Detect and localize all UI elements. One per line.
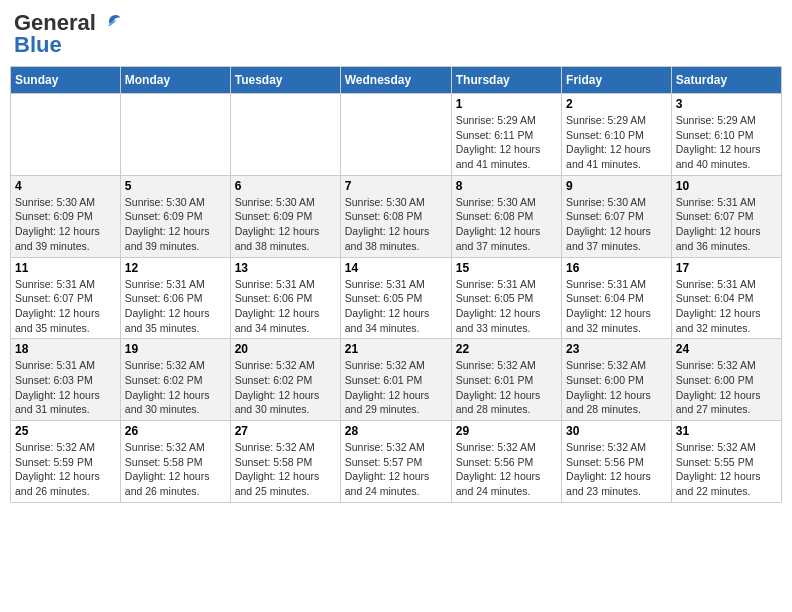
weekday-header: Saturday bbox=[671, 67, 781, 94]
calendar-cell: 31Sunrise: 5:32 AM Sunset: 5:55 PM Dayli… bbox=[671, 421, 781, 503]
calendar-cell: 22Sunrise: 5:32 AM Sunset: 6:01 PM Dayli… bbox=[451, 339, 561, 421]
calendar-cell: 16Sunrise: 5:31 AM Sunset: 6:04 PM Dayli… bbox=[562, 257, 672, 339]
calendar-cell: 28Sunrise: 5:32 AM Sunset: 5:57 PM Dayli… bbox=[340, 421, 451, 503]
day-number: 25 bbox=[15, 424, 116, 438]
calendar-cell: 2Sunrise: 5:29 AM Sunset: 6:10 PM Daylig… bbox=[562, 94, 672, 176]
calendar-cell bbox=[340, 94, 451, 176]
calendar-table: SundayMondayTuesdayWednesdayThursdayFrid… bbox=[10, 66, 782, 503]
logo-blue-text: Blue bbox=[14, 32, 62, 58]
calendar-cell: 1Sunrise: 5:29 AM Sunset: 6:11 PM Daylig… bbox=[451, 94, 561, 176]
weekday-header: Thursday bbox=[451, 67, 561, 94]
day-number: 8 bbox=[456, 179, 557, 193]
calendar-cell: 18Sunrise: 5:31 AM Sunset: 6:03 PM Dayli… bbox=[11, 339, 121, 421]
day-number: 3 bbox=[676, 97, 777, 111]
day-number: 2 bbox=[566, 97, 667, 111]
calendar-cell bbox=[11, 94, 121, 176]
weekday-header: Monday bbox=[120, 67, 230, 94]
calendar-cell: 30Sunrise: 5:32 AM Sunset: 5:56 PM Dayli… bbox=[562, 421, 672, 503]
logo: General Blue bbox=[14, 10, 122, 58]
calendar-cell: 25Sunrise: 5:32 AM Sunset: 5:59 PM Dayli… bbox=[11, 421, 121, 503]
calendar-cell: 8Sunrise: 5:30 AM Sunset: 6:08 PM Daylig… bbox=[451, 175, 561, 257]
day-number: 13 bbox=[235, 261, 336, 275]
calendar-cell: 19Sunrise: 5:32 AM Sunset: 6:02 PM Dayli… bbox=[120, 339, 230, 421]
day-info: Sunrise: 5:31 AM Sunset: 6:06 PM Dayligh… bbox=[235, 277, 336, 336]
day-info: Sunrise: 5:32 AM Sunset: 6:01 PM Dayligh… bbox=[456, 358, 557, 417]
day-info: Sunrise: 5:31 AM Sunset: 6:05 PM Dayligh… bbox=[345, 277, 447, 336]
day-number: 6 bbox=[235, 179, 336, 193]
day-number: 30 bbox=[566, 424, 667, 438]
day-number: 23 bbox=[566, 342, 667, 356]
weekday-header: Wednesday bbox=[340, 67, 451, 94]
calendar-cell: 9Sunrise: 5:30 AM Sunset: 6:07 PM Daylig… bbox=[562, 175, 672, 257]
day-info: Sunrise: 5:31 AM Sunset: 6:04 PM Dayligh… bbox=[566, 277, 667, 336]
day-number: 14 bbox=[345, 261, 447, 275]
day-info: Sunrise: 5:32 AM Sunset: 5:55 PM Dayligh… bbox=[676, 440, 777, 499]
page-header: General Blue bbox=[10, 10, 782, 58]
day-info: Sunrise: 5:32 AM Sunset: 5:56 PM Dayligh… bbox=[456, 440, 557, 499]
calendar-cell: 23Sunrise: 5:32 AM Sunset: 6:00 PM Dayli… bbox=[562, 339, 672, 421]
day-info: Sunrise: 5:32 AM Sunset: 6:02 PM Dayligh… bbox=[125, 358, 226, 417]
day-info: Sunrise: 5:29 AM Sunset: 6:10 PM Dayligh… bbox=[566, 113, 667, 172]
day-info: Sunrise: 5:32 AM Sunset: 5:58 PM Dayligh… bbox=[235, 440, 336, 499]
weekday-header: Sunday bbox=[11, 67, 121, 94]
day-number: 24 bbox=[676, 342, 777, 356]
day-number: 17 bbox=[676, 261, 777, 275]
day-info: Sunrise: 5:31 AM Sunset: 6:07 PM Dayligh… bbox=[15, 277, 116, 336]
calendar-cell: 7Sunrise: 5:30 AM Sunset: 6:08 PM Daylig… bbox=[340, 175, 451, 257]
day-info: Sunrise: 5:31 AM Sunset: 6:06 PM Dayligh… bbox=[125, 277, 226, 336]
day-info: Sunrise: 5:32 AM Sunset: 6:00 PM Dayligh… bbox=[566, 358, 667, 417]
day-info: Sunrise: 5:31 AM Sunset: 6:04 PM Dayligh… bbox=[676, 277, 777, 336]
day-number: 11 bbox=[15, 261, 116, 275]
calendar-cell: 10Sunrise: 5:31 AM Sunset: 6:07 PM Dayli… bbox=[671, 175, 781, 257]
day-number: 4 bbox=[15, 179, 116, 193]
day-info: Sunrise: 5:30 AM Sunset: 6:08 PM Dayligh… bbox=[456, 195, 557, 254]
day-info: Sunrise: 5:31 AM Sunset: 6:05 PM Dayligh… bbox=[456, 277, 557, 336]
calendar-cell: 29Sunrise: 5:32 AM Sunset: 5:56 PM Dayli… bbox=[451, 421, 561, 503]
calendar-cell: 11Sunrise: 5:31 AM Sunset: 6:07 PM Dayli… bbox=[11, 257, 121, 339]
day-info: Sunrise: 5:32 AM Sunset: 5:57 PM Dayligh… bbox=[345, 440, 447, 499]
calendar-cell: 20Sunrise: 5:32 AM Sunset: 6:02 PM Dayli… bbox=[230, 339, 340, 421]
day-number: 27 bbox=[235, 424, 336, 438]
calendar-cell: 5Sunrise: 5:30 AM Sunset: 6:09 PM Daylig… bbox=[120, 175, 230, 257]
calendar-cell bbox=[230, 94, 340, 176]
day-number: 31 bbox=[676, 424, 777, 438]
calendar-cell bbox=[120, 94, 230, 176]
day-number: 21 bbox=[345, 342, 447, 356]
day-number: 26 bbox=[125, 424, 226, 438]
calendar-cell: 15Sunrise: 5:31 AM Sunset: 6:05 PM Dayli… bbox=[451, 257, 561, 339]
day-number: 20 bbox=[235, 342, 336, 356]
calendar-week-row: 4Sunrise: 5:30 AM Sunset: 6:09 PM Daylig… bbox=[11, 175, 782, 257]
calendar-cell: 14Sunrise: 5:31 AM Sunset: 6:05 PM Dayli… bbox=[340, 257, 451, 339]
day-number: 18 bbox=[15, 342, 116, 356]
day-info: Sunrise: 5:32 AM Sunset: 6:00 PM Dayligh… bbox=[676, 358, 777, 417]
day-number: 16 bbox=[566, 261, 667, 275]
day-info: Sunrise: 5:31 AM Sunset: 6:03 PM Dayligh… bbox=[15, 358, 116, 417]
day-info: Sunrise: 5:29 AM Sunset: 6:11 PM Dayligh… bbox=[456, 113, 557, 172]
day-info: Sunrise: 5:32 AM Sunset: 6:02 PM Dayligh… bbox=[235, 358, 336, 417]
day-number: 28 bbox=[345, 424, 447, 438]
day-info: Sunrise: 5:32 AM Sunset: 5:56 PM Dayligh… bbox=[566, 440, 667, 499]
calendar-cell: 27Sunrise: 5:32 AM Sunset: 5:58 PM Dayli… bbox=[230, 421, 340, 503]
day-info: Sunrise: 5:29 AM Sunset: 6:10 PM Dayligh… bbox=[676, 113, 777, 172]
calendar-cell: 12Sunrise: 5:31 AM Sunset: 6:06 PM Dayli… bbox=[120, 257, 230, 339]
day-info: Sunrise: 5:30 AM Sunset: 6:08 PM Dayligh… bbox=[345, 195, 447, 254]
calendar-week-row: 18Sunrise: 5:31 AM Sunset: 6:03 PM Dayli… bbox=[11, 339, 782, 421]
calendar-cell: 13Sunrise: 5:31 AM Sunset: 6:06 PM Dayli… bbox=[230, 257, 340, 339]
weekday-header: Tuesday bbox=[230, 67, 340, 94]
weekday-header: Friday bbox=[562, 67, 672, 94]
calendar-cell: 4Sunrise: 5:30 AM Sunset: 6:09 PM Daylig… bbox=[11, 175, 121, 257]
day-info: Sunrise: 5:32 AM Sunset: 5:58 PM Dayligh… bbox=[125, 440, 226, 499]
calendar-cell: 21Sunrise: 5:32 AM Sunset: 6:01 PM Dayli… bbox=[340, 339, 451, 421]
calendar-cell: 6Sunrise: 5:30 AM Sunset: 6:09 PM Daylig… bbox=[230, 175, 340, 257]
day-number: 22 bbox=[456, 342, 557, 356]
day-info: Sunrise: 5:30 AM Sunset: 6:09 PM Dayligh… bbox=[125, 195, 226, 254]
calendar-header-row: SundayMondayTuesdayWednesdayThursdayFrid… bbox=[11, 67, 782, 94]
day-number: 7 bbox=[345, 179, 447, 193]
logo-bird-icon bbox=[100, 12, 122, 34]
day-number: 12 bbox=[125, 261, 226, 275]
day-number: 29 bbox=[456, 424, 557, 438]
calendar-week-row: 1Sunrise: 5:29 AM Sunset: 6:11 PM Daylig… bbox=[11, 94, 782, 176]
day-info: Sunrise: 5:32 AM Sunset: 5:59 PM Dayligh… bbox=[15, 440, 116, 499]
day-info: Sunrise: 5:31 AM Sunset: 6:07 PM Dayligh… bbox=[676, 195, 777, 254]
day-info: Sunrise: 5:30 AM Sunset: 6:09 PM Dayligh… bbox=[235, 195, 336, 254]
